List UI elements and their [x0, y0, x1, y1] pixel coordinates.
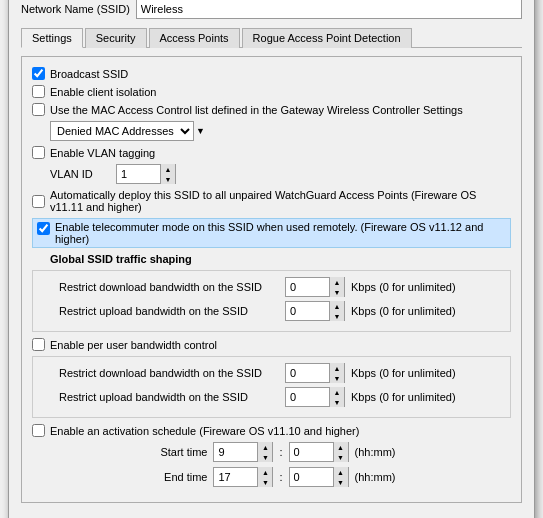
end-time-label: End time [147, 471, 207, 483]
global-upload-row: Restrict upload bandwidth on the SSID ▲ … [41, 301, 502, 321]
tab-settings[interactable]: Settings [21, 28, 83, 48]
start-min-decrement[interactable]: ▼ [334, 452, 348, 462]
global-traffic-shaping-label: Global SSID traffic shaping [50, 253, 511, 265]
tab-content-settings: Broadcast SSID Enable client isolation U… [21, 56, 522, 503]
broadcast-ssid-label: Broadcast SSID [50, 68, 128, 80]
client-isolation-row: Enable client isolation [32, 85, 511, 98]
network-name-label: Network Name (SSID) [21, 3, 130, 15]
start-hour-buttons: ▲ ▼ [258, 442, 272, 462]
start-hour-increment[interactable]: ▲ [258, 442, 272, 452]
end-min-buttons: ▲ ▼ [334, 467, 348, 487]
network-name-input[interactable] [136, 0, 522, 19]
per-user-upload-input[interactable] [286, 388, 330, 406]
per-user-upload-unit: Kbps (0 for unlimited) [351, 391, 456, 403]
start-time-label: Start time [147, 446, 207, 458]
global-upload-unit: Kbps (0 for unlimited) [351, 305, 456, 317]
mac-access-control-checkbox[interactable] [32, 103, 45, 116]
per-user-bandwidth-section: Restrict download bandwidth on the SSID … [32, 356, 511, 418]
per-user-upload-decrement[interactable]: ▼ [330, 397, 344, 407]
global-download-input[interactable] [286, 278, 330, 296]
telecommuter-label: Enable telecommuter mode on this SSID wh… [55, 221, 506, 245]
per-user-download-spinner-buttons: ▲ ▼ [330, 363, 344, 383]
per-user-upload-spinner: ▲ ▼ [285, 387, 345, 407]
vlan-tagging-row: Enable VLAN tagging [32, 146, 511, 159]
vlan-tagging-checkbox[interactable] [32, 146, 45, 159]
global-upload-spinner-buttons: ▲ ▼ [330, 301, 344, 321]
global-download-spinner-buttons: ▲ ▼ [330, 277, 344, 297]
end-hour-increment[interactable]: ▲ [258, 467, 272, 477]
vlan-id-input[interactable] [117, 165, 161, 183]
end-hour-decrement[interactable]: ▼ [258, 477, 272, 487]
vlan-id-row: VLAN ID ▲ ▼ [50, 164, 511, 184]
per-user-upload-increment[interactable]: ▲ [330, 387, 344, 397]
global-download-row: Restrict download bandwidth on the SSID … [41, 277, 502, 297]
end-min-decrement[interactable]: ▼ [334, 477, 348, 487]
end-time-min-spinner: ▲ ▼ [289, 467, 349, 487]
tab-access-points[interactable]: Access Points [149, 28, 240, 48]
end-time-hour-spinner: ▲ ▼ [213, 467, 273, 487]
global-upload-spinner: ▲ ▼ [285, 301, 345, 321]
end-time-min-input[interactable] [290, 468, 334, 486]
end-min-increment[interactable]: ▲ [334, 467, 348, 477]
global-download-unit: Kbps (0 for unlimited) [351, 281, 456, 293]
start-time-separator: : [279, 446, 282, 458]
auto-deploy-label: Automatically deploy this SSID to all un… [50, 189, 511, 213]
per-user-upload-row: Restrict upload bandwidth on the SSID ▲ … [41, 387, 502, 407]
vlan-increment-button[interactable]: ▲ [161, 164, 175, 174]
start-time-hint: (hh:mm) [355, 446, 396, 458]
auto-deploy-checkbox[interactable] [32, 195, 45, 208]
per-user-upload-spinner-buttons: ▲ ▼ [330, 387, 344, 407]
auto-deploy-row: Automatically deploy this SSID to all un… [32, 189, 511, 213]
start-min-increment[interactable]: ▲ [334, 442, 348, 452]
mac-dropdown-row: Denied MAC Addresses ▼ [50, 121, 511, 141]
per-user-download-input[interactable] [286, 364, 330, 382]
vlan-tagging-label: Enable VLAN tagging [50, 147, 155, 159]
global-upload-label: Restrict upload bandwidth on the SSID [59, 305, 279, 317]
client-isolation-label: Enable client isolation [50, 86, 156, 98]
tab-bar: Settings Security Access Points Rogue Ac… [21, 27, 522, 48]
global-upload-decrement[interactable]: ▼ [330, 311, 344, 321]
global-bandwidth-section: Restrict download bandwidth on the SSID … [32, 270, 511, 332]
dialog: W Edit SSID ✕ Network Name (SSID) Settin… [8, 0, 535, 518]
per-user-download-label: Restrict download bandwidth on the SSID [59, 367, 279, 379]
start-time-min-input[interactable] [290, 443, 334, 461]
tab-security[interactable]: Security [85, 28, 147, 48]
activation-schedule-label: Enable an activation schedule (Fireware … [50, 425, 359, 437]
broadcast-ssid-row: Broadcast SSID [32, 67, 511, 80]
per-user-bandwidth-checkbox[interactable] [32, 338, 45, 351]
telecommuter-row: Enable telecommuter mode on this SSID wh… [32, 218, 511, 248]
dialog-footer: OK Cancel [9, 513, 534, 518]
per-user-download-unit: Kbps (0 for unlimited) [351, 367, 456, 379]
broadcast-ssid-checkbox[interactable] [32, 67, 45, 80]
mac-dropdown[interactable]: Denied MAC Addresses [50, 121, 194, 141]
per-user-download-row: Restrict download bandwidth on the SSID … [41, 363, 502, 383]
end-hour-buttons: ▲ ▼ [258, 467, 272, 487]
mac-access-control-row: Use the MAC Access Control list defined … [32, 103, 511, 116]
global-upload-input[interactable] [286, 302, 330, 320]
mac-access-control-label: Use the MAC Access Control list defined … [50, 104, 463, 116]
start-time-hour-input[interactable] [214, 443, 258, 461]
telecommuter-checkbox[interactable] [37, 222, 50, 235]
start-time-min-spinner: ▲ ▼ [289, 442, 349, 462]
global-download-label: Restrict download bandwidth on the SSID [59, 281, 279, 293]
start-time-row: Start time ▲ ▼ : ▲ ▼ (hh:mm) [32, 442, 511, 462]
vlan-decrement-button[interactable]: ▼ [161, 174, 175, 184]
dialog-body: Network Name (SSID) Settings Security Ac… [9, 0, 534, 513]
per-user-download-decrement[interactable]: ▼ [330, 373, 344, 383]
tab-rogue-access-point[interactable]: Rogue Access Point Detection [242, 28, 412, 48]
per-user-download-increment[interactable]: ▲ [330, 363, 344, 373]
global-download-increment[interactable]: ▲ [330, 277, 344, 287]
vlan-id-label: VLAN ID [50, 168, 110, 180]
network-name-row: Network Name (SSID) [21, 0, 522, 19]
per-user-bandwidth-row: Enable per user bandwidth control [32, 338, 511, 351]
end-time-hour-input[interactable] [214, 468, 258, 486]
client-isolation-checkbox[interactable] [32, 85, 45, 98]
start-time-hour-spinner: ▲ ▼ [213, 442, 273, 462]
activation-schedule-checkbox[interactable] [32, 424, 45, 437]
global-download-spinner: ▲ ▼ [285, 277, 345, 297]
per-user-download-spinner: ▲ ▼ [285, 363, 345, 383]
global-upload-increment[interactable]: ▲ [330, 301, 344, 311]
start-hour-decrement[interactable]: ▼ [258, 452, 272, 462]
vlan-spinner-buttons: ▲ ▼ [161, 164, 175, 184]
global-download-decrement[interactable]: ▼ [330, 287, 344, 297]
